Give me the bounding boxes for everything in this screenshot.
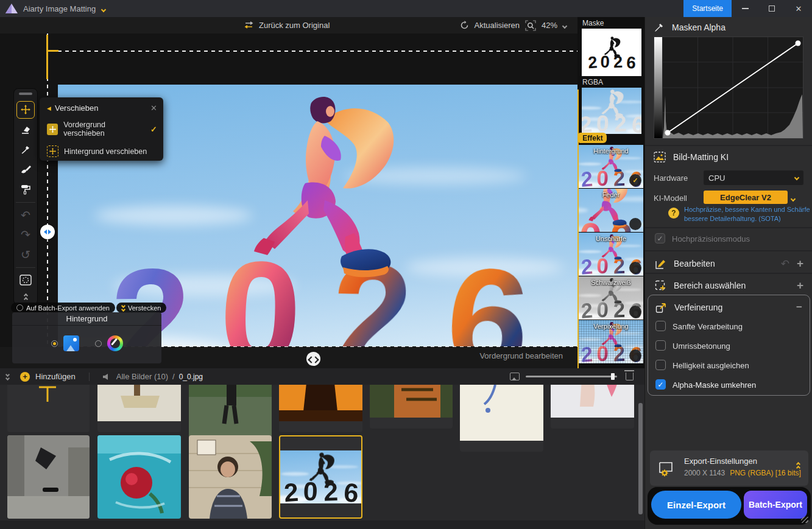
- brush-tool-button[interactable]: [16, 161, 35, 178]
- effect-badge[interactable]: [629, 349, 641, 362]
- batch-export-button[interactable]: Batch-Export: [744, 491, 807, 519]
- preview-toggle-icon[interactable]: [306, 352, 320, 366]
- effect-badge[interactable]: [629, 218, 641, 230]
- minimize-button[interactable]: [732, 0, 758, 17]
- popup-pointer-icon: ◀: [47, 105, 51, 111]
- model-value-pill[interactable]: EdgeClear V2: [704, 191, 788, 204]
- zoom-chevron-icon[interactable]: [563, 21, 567, 30]
- hide-pill[interactable]: Verstecken: [116, 303, 166, 313]
- add-image-icon[interactable]: +: [20, 372, 30, 382]
- zoom-tool-icon[interactable]: [525, 20, 536, 31]
- precision-checkbox[interactable]: ✓: [655, 233, 665, 243]
- zoom-level[interactable]: 42%: [542, 21, 557, 30]
- export-button-dock: Einzel-Export Batch-Export: [648, 487, 811, 525]
- effect-selected-badge[interactable]: ✓: [629, 174, 641, 186]
- effect-item-hintergrund[interactable]: Hintergrund ✓: [579, 145, 643, 189]
- move-tool-button[interactable]: [16, 101, 35, 119]
- refine-checkbox-0[interactable]: [655, 321, 666, 331]
- effect-item-unschaerfe[interactable]: Unschärfe: [579, 233, 643, 276]
- menu-item-move-foreground[interactable]: Vordergrund verschieben ✓: [47, 121, 157, 138]
- reset-button[interactable]: ↺: [16, 246, 35, 264]
- refresh-icon[interactable]: [460, 21, 469, 30]
- menu-item-label: Vordergrund verschieben: [63, 121, 145, 138]
- app-menu-chevron-icon[interactable]: [102, 3, 105, 14]
- compare-slider-handle[interactable]: [40, 225, 55, 239]
- export-settings-box[interactable]: Export-Einstellungen 2000 X 1143 PNG (RG…: [650, 450, 808, 486]
- home-button[interactable]: Startseite: [683, 0, 732, 17]
- thumbnail-crop-placeholder[interactable]: [7, 385, 90, 432]
- add-image-label[interactable]: Hinzufügen: [35, 372, 76, 381]
- effect-badge[interactable]: [629, 306, 641, 318]
- background-image-radio[interactable]: [51, 340, 58, 347]
- thumbnail-whale-sketch[interactable]: [460, 385, 543, 452]
- collection-label[interactable]: Alle Bilder (10): [116, 372, 168, 381]
- refresh-label[interactable]: Aktualisieren: [475, 21, 520, 30]
- hardware-chevron-icon: [794, 175, 799, 180]
- help-icon[interactable]: ?: [668, 208, 679, 219]
- toolbar-divider: [89, 373, 90, 381]
- effect-item-feder[interactable]: Feder: [579, 189, 643, 233]
- rgba-thumbnail[interactable]: [582, 88, 641, 134]
- back-arrow-icon[interactable]: [103, 374, 108, 380]
- filmstrip-collapse-icon[interactable]: [6, 373, 9, 380]
- apply-batch-pill[interactable]: Auf Batch-Export anwenden: [11, 303, 115, 313]
- effect-item-verpixelung[interactable]: Verpixelung: [579, 320, 643, 364]
- thumbnail-rose[interactable]: [97, 435, 181, 519]
- filmstrip-scrollbar[interactable]: [638, 403, 643, 514]
- background-color-radio[interactable]: [95, 340, 102, 347]
- edit-expand-icon[interactable]: +: [797, 257, 803, 270]
- refine-collapse-icon[interactable]: −: [796, 301, 802, 314]
- menu-item-move-background[interactable]: Hintergrund verschieben: [47, 145, 157, 157]
- move-background-icon: [47, 145, 58, 157]
- edit-section-header[interactable]: Bearbeiten ↶ +: [655, 257, 803, 270]
- thumbnail-size-slider[interactable]: [526, 376, 617, 377]
- thumbnail-bonsai[interactable]: [97, 385, 181, 432]
- refine-checkbox-1[interactable]: [655, 340, 666, 351]
- resize-grip-icon[interactable]: [801, 517, 808, 523]
- background-color-option[interactable]: [95, 335, 123, 351]
- mask-thumbnail[interactable]: [582, 29, 641, 76]
- refine-icon: [655, 302, 667, 314]
- effect-item-schwarzweiss[interactable]: Schwarzweiß: [579, 276, 643, 320]
- pen-tool-button[interactable]: [16, 141, 35, 158]
- select-region-header[interactable]: Bereich auswählen +: [655, 279, 803, 292]
- redo-button[interactable]: ↷: [16, 226, 35, 244]
- palette-drag-handle[interactable]: [19, 93, 32, 95]
- undo-button[interactable]: ↶: [16, 206, 35, 224]
- single-export-button[interactable]: Einzel-Export: [651, 491, 741, 519]
- thumbnail-skateboarder[interactable]: [7, 435, 90, 519]
- export-collapse-icon[interactable]: [797, 463, 800, 469]
- refine-checkbox-2[interactable]: [655, 360, 666, 370]
- model-chevron-icon[interactable]: [791, 192, 795, 203]
- roller-tool-button[interactable]: [16, 181, 35, 198]
- refine-option-label: Umrissbetonung: [673, 342, 730, 351]
- eraser-tool-button[interactable]: [16, 121, 35, 139]
- delete-image-icon[interactable]: [626, 373, 634, 380]
- effect-tab[interactable]: Effekt: [579, 133, 607, 143]
- background-image-option[interactable]: [51, 335, 79, 351]
- maximize-button[interactable]: [758, 0, 785, 17]
- background-panel-title: Hintergrund: [12, 312, 161, 326]
- collapse-toolbar-button[interactable]: [16, 292, 35, 303]
- compare-left-arrow-icon: [44, 229, 47, 234]
- back-to-original-button[interactable]: Zurück zum Original: [244, 21, 330, 30]
- thumbnail-orange-hair-kid[interactable]: [370, 385, 453, 429]
- eyedropper-icon[interactable]: [654, 22, 665, 33]
- apply-batch-radio[interactable]: [16, 304, 23, 311]
- thumbnail-sunset-tower[interactable]: [279, 385, 362, 432]
- mask-alpha-title: Masken Alpha: [672, 23, 726, 32]
- thumbnail-2026-selected[interactable]: [279, 435, 362, 519]
- thumbnail-pink-hair-figure[interactable]: [551, 385, 634, 429]
- hardware-select[interactable]: CPU: [704, 170, 803, 185]
- marquee-select-button[interactable]: [16, 272, 35, 289]
- popup-close-icon[interactable]: ✕: [150, 103, 157, 113]
- edit-undo-icon[interactable]: ↶: [781, 257, 789, 270]
- close-button[interactable]: ✕: [785, 0, 812, 17]
- effect-badge[interactable]: [629, 262, 641, 274]
- alpha-curve-editor[interactable]: [654, 37, 803, 139]
- slider-thumb[interactable]: [611, 373, 615, 380]
- refine-checkbox-3[interactable]: ✓: [655, 379, 666, 390]
- thumbnail-interview-man[interactable]: [189, 435, 272, 519]
- refine-header[interactable]: Verfeinerung −: [648, 295, 810, 314]
- select-expand-icon[interactable]: +: [797, 279, 803, 292]
